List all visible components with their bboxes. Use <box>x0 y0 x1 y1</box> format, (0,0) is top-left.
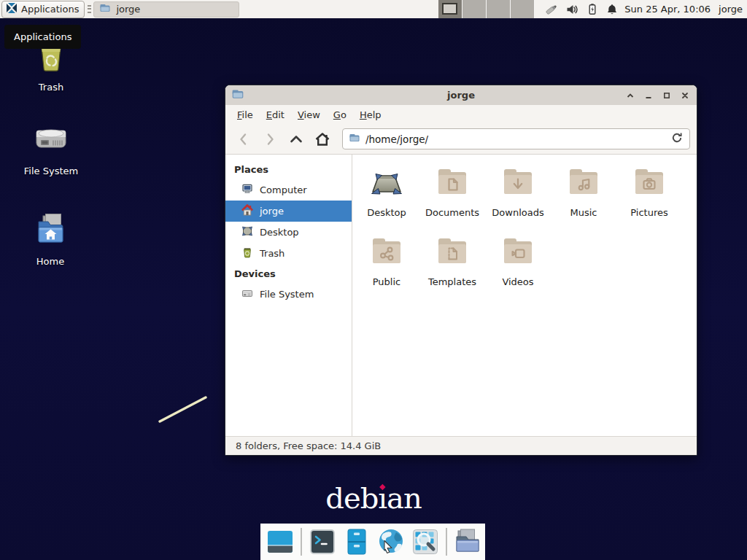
panel-handle[interactable] <box>88 5 91 13</box>
close-button[interactable] <box>678 89 691 101</box>
sidebar-item-jorge[interactable]: jorge <box>225 201 352 222</box>
workspace-2[interactable] <box>462 0 487 18</box>
dock-separator <box>446 528 447 556</box>
file-label: Pictures <box>630 207 667 218</box>
debian-wordmark: debıan <box>325 481 421 515</box>
desktop-mini-icon <box>241 225 253 239</box>
folder-downloads-icon <box>500 165 535 203</box>
stylus-icon[interactable] <box>545 3 558 15</box>
workspace-3[interactable] <box>487 0 511 18</box>
up-button[interactable] <box>285 128 307 149</box>
sidebar-header-devices: Devices <box>225 264 352 284</box>
file-item-desktop[interactable]: Desktop <box>354 163 419 232</box>
file-label: Desktop <box>367 207 406 218</box>
menu-edit[interactable]: Edit <box>260 106 291 123</box>
sidebar-item-label: jorge <box>260 206 284 217</box>
hard-drive-icon <box>33 121 69 160</box>
menu-help[interactable]: Help <box>353 106 388 123</box>
sidebar-item-computer[interactable]: Computer <box>225 179 352 201</box>
applications-menu-label: Applications <box>21 4 79 15</box>
file-item-pictures[interactable]: Pictures <box>616 163 682 232</box>
file-item-downloads[interactable]: Downloads <box>485 163 551 232</box>
workspace-1[interactable] <box>438 0 462 18</box>
folder-templates-icon <box>435 234 470 272</box>
path-input[interactable] <box>365 133 665 145</box>
sidebar-header-places: Places <box>225 160 352 179</box>
sidebar-item-label: Computer <box>260 184 307 195</box>
menu-file[interactable]: File <box>231 106 260 123</box>
battery-charging-icon[interactable] <box>587 3 598 15</box>
file-item-public[interactable]: Public <box>354 232 419 301</box>
reload-icon[interactable] <box>670 131 684 147</box>
taskbar-window-button[interactable]: jorge <box>93 1 239 18</box>
wordmark-left: deb <box>325 481 378 515</box>
file-item-music[interactable]: Music <box>551 163 616 232</box>
notification-bell-icon[interactable] <box>606 4 618 15</box>
folder-videos-icon <box>500 234 535 272</box>
wordmark-i: ı <box>378 481 387 515</box>
file-item-videos[interactable]: Videos <box>485 232 551 301</box>
shade-button[interactable] <box>624 89 636 101</box>
terminal-icon[interactable] <box>309 528 336 556</box>
user-home-icon <box>241 204 253 218</box>
desktop-trapezoid-icon <box>369 165 404 203</box>
trash-mini-icon <box>241 246 253 260</box>
path-bar <box>342 128 690 149</box>
home-button[interactable] <box>311 128 333 149</box>
minimize-button[interactable] <box>642 89 654 101</box>
menu-view[interactable]: View <box>291 106 327 123</box>
panel-username[interactable]: jorge <box>719 4 743 15</box>
file-item-documents[interactable]: Documents <box>419 163 485 232</box>
folder-music-icon <box>566 165 601 203</box>
sidebar-item-trash[interactable]: Trash <box>225 243 352 264</box>
toolbar <box>225 124 697 155</box>
applications-tooltip: Applications <box>4 25 81 49</box>
dock-separator <box>301 528 302 556</box>
window-controls <box>624 89 691 101</box>
sidebar-item-label: Desktop <box>260 227 299 238</box>
statusbar-text: 8 folders, Free space: 14.4 GiB <box>236 440 381 451</box>
folder-icon <box>99 2 111 17</box>
file-item-templates[interactable]: Templates <box>419 232 485 301</box>
file-label: Videos <box>502 276 533 287</box>
desktop-icon-file-system[interactable]: File System <box>18 121 85 176</box>
applications-menu-button[interactable]: Applications <box>1 1 85 18</box>
sidebar-item-desktop[interactable]: Desktop <box>225 222 352 243</box>
desktop-icon-home[interactable]: Home <box>17 211 84 267</box>
top-panel: Applications jorge <box>0 0 747 19</box>
file-label: Documents <box>425 207 479 218</box>
system-tray <box>545 3 618 15</box>
drive-mini-icon <box>241 287 253 301</box>
window-body: Places Computer <box>225 155 697 436</box>
file-label: Music <box>570 207 597 218</box>
home-folder-icon <box>32 211 69 251</box>
folder-pictures-icon <box>632 165 667 203</box>
application-finder-icon[interactable] <box>411 528 439 556</box>
desktop-icon-label: Trash <box>39 82 63 93</box>
file-label: Downloads <box>492 207 543 218</box>
file-manager-icon[interactable] <box>343 528 371 556</box>
path-folder-icon <box>349 132 360 147</box>
forward-button[interactable] <box>258 128 281 149</box>
workspace-4[interactable] <box>511 0 535 18</box>
file-view: Desktop Docume <box>352 155 697 436</box>
menubar: File Edit View Go Help <box>225 105 697 124</box>
sidebar-item-label: File System <box>260 289 314 300</box>
maximize-button[interactable] <box>660 89 673 101</box>
titlebar[interactable]: jorge <box>225 85 697 105</box>
desktop-icon-label: Home <box>36 256 64 267</box>
volume-icon[interactable] <box>566 4 578 15</box>
desktop-icon-label: File System <box>24 166 78 176</box>
file-label: Templates <box>428 276 476 287</box>
launcher-dock <box>260 524 485 560</box>
menu-go[interactable]: Go <box>327 106 353 123</box>
applications-pinwheel-icon <box>6 2 18 17</box>
file-manager-window: jorge File Edit View Go Help <box>225 85 697 456</box>
panel-clock[interactable]: Sun 25 Apr, 10:06 <box>624 4 711 15</box>
show-desktop-icon[interactable] <box>266 528 294 556</box>
taskbar-window-label: jorge <box>116 4 140 15</box>
web-browser-icon[interactable] <box>377 528 405 556</box>
file-folder-icon[interactable] <box>454 528 481 556</box>
sidebar-item-file-system[interactable]: File System <box>225 284 352 305</box>
back-button[interactable] <box>232 128 255 149</box>
